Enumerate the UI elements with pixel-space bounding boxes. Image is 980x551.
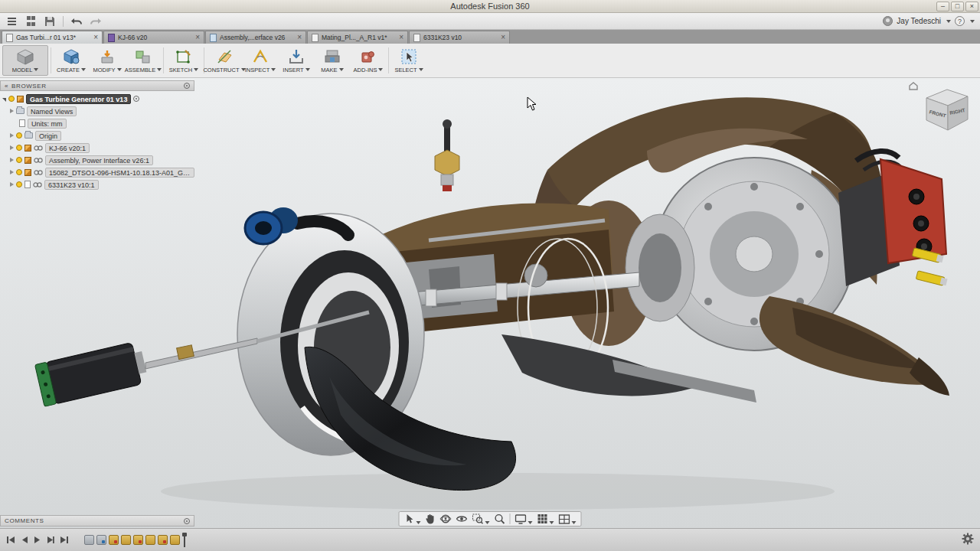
play-icon[interactable] — [34, 536, 41, 544]
timeline-joint-icon[interactable] — [158, 535, 168, 545]
expand-arrow-icon[interactable] — [10, 145, 14, 150]
user-caret-icon[interactable] — [946, 20, 951, 23]
pan-hand-icon[interactable] — [426, 514, 436, 524]
tab-close-icon[interactable]: × — [501, 34, 505, 41]
viewport-canvas[interactable]: « BROWSER Gas Turbine Generator 01 v13 N… — [0, 78, 980, 528]
step-back-icon[interactable] — [21, 536, 28, 544]
viewports-icon[interactable] — [559, 514, 577, 524]
select-cursor-icon[interactable] — [404, 514, 421, 524]
orbit-icon[interactable] — [440, 514, 452, 524]
browser-header[interactable]: « BROWSER — [0, 80, 194, 91]
grid-settings-icon[interactable] — [537, 514, 554, 524]
tree-row-origin[interactable]: Origin — [0, 129, 194, 142]
data-panel-icon[interactable] — [24, 15, 37, 28]
tab-6331k23[interactable]: 6331K23 v10 × — [409, 31, 510, 44]
timeline-joint-icon[interactable] — [121, 535, 131, 545]
tree-row-kj66[interactable]: KJ-66 v20:1 — [0, 142, 194, 154]
expand-arrow-icon[interactable] — [10, 182, 14, 187]
maximize-button[interactable]: □ — [951, 2, 964, 11]
document-icon — [312, 34, 318, 42]
caret-down-icon — [194, 68, 198, 71]
ribbon: MODEL CREATE MODIFY ASSEMBLE SKETCH — [0, 44, 980, 78]
tree-row-15082-dtso1[interactable]: 15082_DTSO1-096-HSM1-10.18.13-A01_Ge... — [0, 166, 194, 178]
help-icon[interactable]: ? — [955, 16, 965, 26]
construct-icon — [216, 48, 233, 65]
collapse-icon[interactable]: « — [5, 83, 8, 90]
ribbon-sketch[interactable]: SKETCH — [166, 45, 201, 76]
caret-down-icon — [34, 68, 38, 71]
close-button[interactable]: × — [965, 2, 978, 11]
expand-arrow-icon[interactable] — [10, 170, 14, 174]
redo-icon[interactable] — [90, 15, 102, 28]
ribbon-make[interactable]: MAKE — [315, 45, 350, 76]
ribbon-assemble[interactable]: ASSEMBLE — [126, 45, 161, 76]
ribbon-modify[interactable]: MODIFY — [90, 45, 125, 76]
ribbon-create[interactable]: CREATE — [54, 45, 89, 76]
timeline-feature-icon[interactable] — [84, 535, 94, 545]
ribbon-separator — [51, 47, 51, 73]
expand-arrow-icon[interactable] — [2, 98, 6, 102]
root-document-label[interactable]: Gas Turbine Generator 01 v13 — [26, 94, 131, 104]
visibility-bulb-icon[interactable] — [16, 145, 22, 151]
help-caret-icon[interactable] — [970, 20, 975, 23]
visibility-bulb-icon[interactable] — [16, 132, 22, 139]
step-forward-icon[interactable] — [47, 536, 54, 544]
timeline-joint-icon[interactable] — [145, 535, 155, 545]
minimize-button[interactable]: – — [936, 2, 949, 11]
visibility-bulb-icon[interactable] — [16, 181, 22, 187]
tab-close-icon[interactable]: × — [297, 34, 302, 41]
visibility-bulb-icon[interactable] — [16, 169, 22, 175]
expand-arrow-icon[interactable] — [10, 109, 14, 113]
go-to-end-icon[interactable] — [60, 536, 69, 544]
expand-arrow-icon[interactable] — [10, 158, 14, 162]
home-icon[interactable] — [910, 83, 917, 90]
link-icon — [33, 182, 42, 187]
timeline-features — [84, 533, 185, 547]
titlebar: Autodesk Fusion 360 – □ × — [0, 0, 980, 13]
tab-close-icon[interactable]: × — [93, 34, 98, 41]
browser-options-icon[interactable] — [184, 83, 190, 89]
undo-icon[interactable] — [70, 15, 83, 28]
mouse-cursor — [527, 96, 537, 112]
ribbon-addins[interactable]: ADD-INS — [351, 45, 386, 76]
comments-options-icon[interactable] — [184, 518, 190, 524]
ribbon-model-workspace[interactable]: MODEL — [2, 45, 48, 76]
tab-mating-plate[interactable]: Mating_Pl..._A_R1 v1* × — [307, 31, 408, 44]
save-icon[interactable] — [44, 15, 56, 28]
go-to-start-icon[interactable] — [6, 536, 15, 544]
timeline-joint-icon[interactable] — [109, 535, 119, 545]
zoom-window-icon[interactable] — [472, 514, 490, 524]
tab-gas-turbine[interactable]: Gas Turbi...r 01 v13* × — [2, 31, 103, 44]
menu-icon[interactable] — [5, 15, 18, 28]
display-settings-icon[interactable] — [515, 514, 533, 524]
timeline-feature-icon[interactable] — [96, 535, 106, 545]
visibility-bulb-icon[interactable] — [16, 157, 22, 163]
user-name[interactable]: Jay Tedeschi — [897, 17, 941, 25]
ribbon-select[interactable]: SELECT — [391, 45, 426, 76]
comments-bar[interactable]: COMMENTS — [0, 515, 194, 527]
caret-down-icon — [117, 68, 122, 71]
zoom-icon[interactable] — [495, 514, 505, 524]
tree-row-root[interactable]: Gas Turbine Generator 01 v13 — [0, 93, 194, 105]
tree-row-6331k23[interactable]: 6331K23 v10:1 — [0, 178, 194, 191]
tab-kj66[interactable]: KJ-66 v20 × — [103, 31, 204, 44]
look-at-icon[interactable] — [456, 514, 468, 523]
timeline-joint-icon[interactable] — [133, 535, 143, 545]
visibility-bulb-icon[interactable] — [8, 96, 15, 102]
timeline-position-marker[interactable] — [184, 533, 185, 547]
ribbon-inspect[interactable]: INSPECT — [243, 45, 278, 76]
ribbon-insert[interactable]: INSERT — [279, 45, 314, 76]
activate-radio-icon[interactable] — [133, 96, 139, 102]
tree-row-assembly-power-interface[interactable]: Assembly, Power Interface v26:1 — [0, 154, 194, 166]
expand-arrow-icon[interactable] — [10, 133, 14, 138]
tab-close-icon[interactable]: × — [195, 34, 200, 41]
viewcube[interactable]: FRONT RIGHT — [905, 81, 974, 141]
tab-close-icon[interactable]: × — [399, 34, 403, 41]
timeline-joint-icon[interactable] — [170, 535, 180, 545]
ribbon-construct[interactable]: CONSTRUCT — [207, 45, 242, 76]
user-avatar[interactable] — [883, 16, 893, 26]
tree-row-units[interactable]: Units: mm — [0, 117, 194, 129]
tab-assembly[interactable]: Assembly,...erface v26 × — [205, 31, 306, 44]
timeline-settings-gear-icon[interactable] — [962, 533, 974, 548]
tree-row-named-views[interactable]: Named Views — [0, 105, 194, 117]
